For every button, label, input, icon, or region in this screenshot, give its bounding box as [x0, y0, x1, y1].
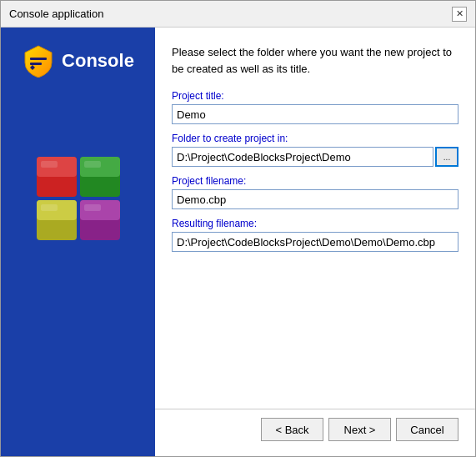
resulting-filename-input[interactable] — [172, 232, 458, 252]
divider — [155, 409, 475, 409]
project-filename-label: Project filename: — [172, 175, 458, 187]
svg-rect-13 — [41, 204, 58, 211]
project-title-group: Project title: — [172, 90, 458, 124]
console-app-icon — [22, 44, 55, 78]
next-button[interactable]: Next > — [328, 418, 391, 441]
window: Console application ✕ — [0, 0, 476, 457]
cancel-button[interactable]: Cancel — [396, 418, 458, 441]
close-button[interactable]: ✕ — [452, 7, 467, 22]
content-area: Console — [1, 28, 475, 456]
right-panel: Please select the folder where you want … — [155, 28, 475, 456]
back-button[interactable]: < Back — [261, 418, 323, 441]
left-panel: Console — [1, 28, 155, 456]
button-row: < Back Next > Cancel — [172, 418, 458, 448]
project-title-label: Project title: — [172, 90, 458, 102]
folder-input-row: ... — [172, 147, 458, 167]
svg-rect-1 — [30, 63, 42, 65]
svg-rect-0 — [30, 58, 47, 60]
project-filename-input[interactable] — [172, 189, 458, 209]
project-filename-group: Project filename: — [172, 175, 458, 209]
resulting-filename-label: Resulting filename: — [172, 218, 458, 229]
folder-label: Folder to create project in: — [172, 133, 458, 144]
console-logo: Console — [22, 44, 134, 78]
folder-group: Folder to create project in: ... — [172, 133, 458, 167]
spacer — [172, 260, 458, 409]
resulting-filename-group: Resulting filename: — [172, 218, 458, 252]
svg-rect-12 — [84, 161, 101, 168]
svg-rect-11 — [41, 161, 58, 168]
folder-input[interactable] — [172, 147, 433, 167]
window-title: Console application — [9, 8, 103, 20]
browse-button[interactable]: ... — [435, 147, 458, 167]
svg-rect-14 — [84, 204, 101, 211]
cube-graphic — [33, 153, 124, 244]
console-label: Console — [62, 50, 134, 72]
description-text: Please select the folder where you want … — [172, 44, 458, 77]
project-title-input[interactable] — [172, 104, 458, 124]
title-bar: Console application ✕ — [1, 1, 475, 28]
